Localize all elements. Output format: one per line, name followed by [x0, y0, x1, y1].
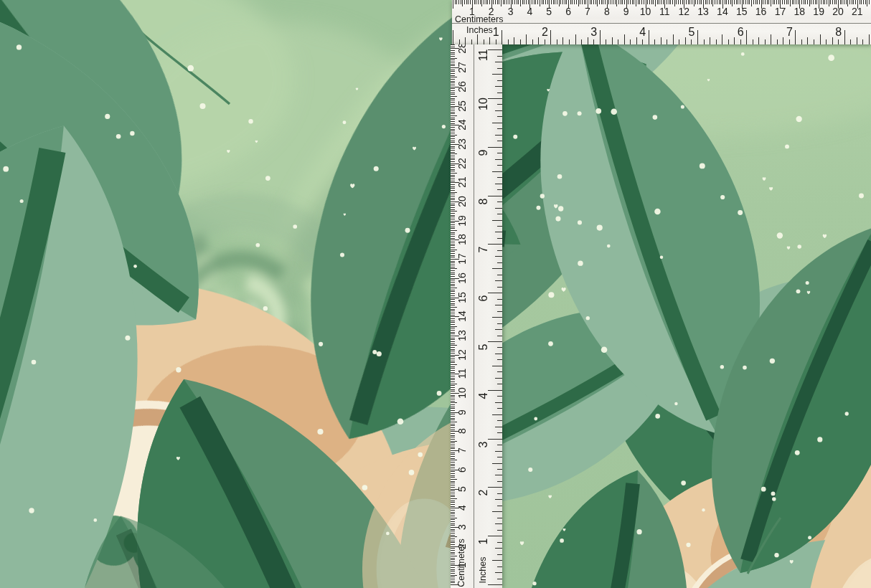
ruler-tick — [495, 256, 502, 257]
ruler-tick — [451, 58, 457, 59]
v-ruler-cm-number: 28 — [457, 44, 467, 54]
ruler-tick — [599, 0, 600, 4]
ruler-tick — [451, 213, 455, 214]
ruler-tick — [451, 401, 455, 402]
polka-dot — [29, 508, 34, 513]
polka-dot — [817, 437, 822, 442]
v-ruler-cm-number: 7 — [457, 447, 467, 453]
ruler-tick — [676, 0, 677, 4]
ruler-tick — [844, 0, 844, 4]
ruler-tick — [495, 548, 502, 549]
ruler-tick — [451, 153, 457, 154]
ruler-tick — [497, 445, 502, 445]
ruler-tick — [630, 0, 631, 4]
ruler-tick — [495, 427, 502, 427]
ruler-tick — [801, 39, 802, 44]
ruler-tick — [636, 0, 636, 6]
v-ruler-inch-number: 2 — [478, 490, 489, 496]
ruler-tick — [829, 0, 829, 6]
ruler-tick — [451, 370, 455, 371]
ruler-tick — [451, 207, 455, 208]
polka-dot — [777, 232, 783, 238]
ruler-tick — [497, 384, 502, 384]
ruler-tick — [814, 39, 814, 44]
ruler-tick — [451, 158, 455, 158]
polka-dot — [558, 206, 563, 211]
ruler-tick — [478, 0, 479, 4]
ruler-tick — [720, 0, 721, 4]
ruler-tick — [667, 0, 667, 4]
ruler-tick — [795, 30, 796, 44]
h-ruler-cm-number: 1 — [469, 6, 475, 16]
ruler-tick — [495, 329, 502, 330]
polka-dot — [845, 412, 849, 415]
ruler-tick — [451, 146, 455, 147]
ruler-tick — [550, 30, 551, 44]
ruler-tick — [451, 113, 455, 114]
ruler-tick — [451, 425, 455, 426]
ruler-tick — [615, 0, 616, 4]
h-ruler-cm-number: 11 — [659, 6, 670, 16]
ruler-tick — [456, 0, 457, 4]
ruler-tick — [495, 62, 502, 62]
ruler-tick — [451, 318, 455, 319]
ruler-tick — [704, 39, 705, 44]
ruler-tick — [451, 310, 455, 311]
ruler-tick — [451, 569, 455, 570]
ruler-tick — [451, 167, 455, 168]
ruler-tick — [728, 39, 729, 44]
ruler-tick — [497, 469, 502, 470]
h-ruler-cm-number: 10 — [640, 6, 651, 16]
ruler-tick — [711, 0, 712, 4]
ruler-tick — [865, 0, 866, 4]
ruler-tick — [846, 0, 847, 4]
ruler-tick — [673, 34, 674, 44]
ruler-tick — [840, 0, 841, 4]
ruler-tick — [451, 441, 457, 442]
ruler-tick — [476, 0, 476, 4]
ruler-tick — [451, 199, 455, 200]
h-ruler-inch-number: 6 — [738, 27, 744, 38]
ruler-tick — [492, 317, 502, 318]
v-ruler-inch-number: 4 — [478, 392, 489, 399]
ruler-tick — [451, 458, 455, 459]
ruler-tick — [517, 0, 517, 4]
ruler-tick — [570, 0, 571, 4]
v-ruler-cm-number: 13 — [457, 330, 467, 341]
polka-dot — [674, 402, 677, 405]
polka-dot — [796, 116, 801, 122]
ruler-tick — [458, 0, 459, 4]
ruler-tick — [451, 184, 455, 185]
ruler-tick — [497, 153, 502, 153]
ruler-tick — [862, 39, 863, 44]
ruler-tick — [497, 299, 502, 300]
ruler-tick — [451, 332, 455, 333]
polka-dot — [743, 366, 747, 370]
ruler-tick — [678, 0, 679, 4]
ruler-tick — [520, 39, 521, 44]
ruler-tick — [451, 361, 455, 361]
ruler-tick — [451, 445, 455, 445]
ruler-tick — [451, 131, 455, 131]
ruler-divider — [474, 44, 474, 588]
ruler-tick — [613, 0, 613, 4]
fabric-image — [0, 0, 871, 588]
ruler-tick — [743, 0, 744, 4]
ruler-tick — [451, 236, 455, 237]
ruler-tick — [451, 504, 455, 505]
ruler-tick — [488, 439, 502, 440]
ruler-tick — [451, 232, 455, 233]
polka-dot — [595, 108, 601, 114]
ruler-tick — [451, 541, 455, 541]
v-ruler-cm-number: 24 — [457, 119, 467, 131]
ruler-tick — [624, 0, 625, 4]
ruler-tick — [562, 0, 563, 4]
ruler-tick — [484, 39, 484, 44]
polka-dot — [578, 111, 582, 115]
polka-dot — [586, 316, 590, 320]
ruler-tick — [451, 473, 455, 474]
ruler-tick — [451, 209, 455, 210]
ruler-tick — [451, 85, 455, 85]
ruler-tick — [869, 0, 870, 4]
polka-dot — [562, 111, 568, 116]
